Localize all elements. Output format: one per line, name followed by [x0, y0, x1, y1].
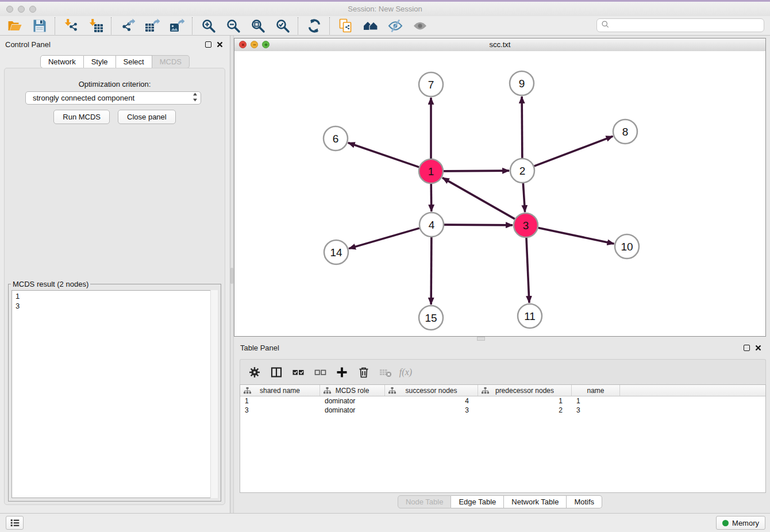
- export-image-icon[interactable]: [164, 17, 189, 34]
- table-row[interactable]: 3dominator323: [240, 406, 765, 415]
- float-table-panel-icon[interactable]: [744, 345, 750, 351]
- table-cell[interactable]: 1: [240, 397, 320, 405]
- graph-edge-4-15[interactable]: [431, 237, 432, 304]
- table-cell[interactable]: dominator: [320, 406, 385, 414]
- graph-node-7[interactable]: 7: [419, 72, 443, 97]
- table-cell[interactable]: 3: [240, 406, 320, 414]
- zoom-out-icon[interactable]: [221, 17, 245, 34]
- table-cell[interactable]: 3: [572, 406, 620, 414]
- table-cell[interactable]: 2: [478, 406, 572, 414]
- column-header-predecessor-nodes[interactable]: predecessor nodes: [478, 385, 572, 396]
- graph-edge-4-14[interactable]: [349, 228, 419, 249]
- graph-node-2[interactable]: 2: [510, 159, 534, 183]
- column-header-successor-nodes[interactable]: successor nodes: [385, 385, 478, 396]
- table-cell[interactable]: 3: [385, 406, 478, 414]
- zoom-fit-icon[interactable]: [245, 17, 270, 34]
- graph-node-4[interactable]: 4: [419, 213, 444, 237]
- import-network-icon[interactable]: [59, 17, 83, 34]
- close-table-panel-icon[interactable]: [755, 345, 761, 351]
- mcds-result-list[interactable]: 13: [11, 290, 218, 498]
- network-canvas[interactable]: 7968124310141511: [234, 51, 765, 336]
- graph-node-9[interactable]: 9: [510, 71, 534, 95]
- network-graph[interactable]: 7968124310141511: [234, 51, 765, 336]
- delete-columns-icon[interactable]: [354, 364, 374, 381]
- graph-edge-2-3[interactable]: [523, 183, 525, 212]
- gear-icon[interactable]: [245, 364, 264, 381]
- mcds-result-item[interactable]: 3: [16, 301, 214, 311]
- memory-button[interactable]: Memory: [716, 516, 765, 530]
- horizontal-splitter-handle[interactable]: [477, 337, 485, 341]
- graph-node-11[interactable]: 11: [518, 304, 542, 328]
- tab-node-table[interactable]: Node Table: [398, 495, 452, 508]
- tab-edge-table[interactable]: Edge Table: [451, 495, 504, 508]
- export-table-icon[interactable]: [140, 17, 164, 34]
- close-panel-icon[interactable]: [217, 41, 223, 48]
- run-mcds-button[interactable]: Run MCDS: [53, 110, 110, 124]
- close-window-icon[interactable]: [239, 41, 247, 48]
- open-session-icon[interactable]: [2, 17, 27, 34]
- svg-text:7: 7: [428, 79, 434, 91]
- minimize-window-icon[interactable]: [251, 41, 258, 48]
- table-panel: Table Panel f(x) shared nameMCDS rolesuc…: [234, 341, 766, 513]
- graph-edge-2-8[interactable]: [534, 136, 613, 166]
- table-cell[interactable]: 1: [478, 397, 572, 405]
- graph-edge-1-6[interactable]: [348, 142, 419, 167]
- mcds-result-item[interactable]: 1: [16, 291, 214, 301]
- tab-select[interactable]: Select: [116, 55, 152, 68]
- import-table-icon[interactable]: [83, 17, 108, 34]
- graph-edge-1-4[interactable]: [431, 184, 432, 211]
- network-window-titlebar[interactable]: scc.txt: [234, 38, 765, 52]
- splitter-handle[interactable]: [230, 268, 233, 284]
- zoom-selected-icon[interactable]: [270, 17, 295, 34]
- column-header-mcds-role[interactable]: MCDS role: [320, 385, 385, 396]
- refresh-icon[interactable]: [302, 17, 326, 34]
- result-scrollbar[interactable]: [210, 290, 218, 498]
- search-box[interactable]: [596, 18, 764, 32]
- criterion-dropdown[interactable]: strongly connected component: [25, 91, 201, 105]
- split-columns-icon[interactable]: [267, 364, 286, 381]
- task-history-button[interactable]: [6, 516, 24, 530]
- tab-motifs[interactable]: Motifs: [567, 495, 602, 508]
- zoom-window-icon[interactable]: [262, 41, 270, 48]
- tab-network-table[interactable]: Network Table: [504, 495, 567, 508]
- graph-node-10[interactable]: 10: [615, 234, 639, 259]
- graph-node-14[interactable]: 14: [324, 240, 348, 264]
- graph-edge-1-2[interactable]: [444, 171, 509, 171]
- select-all-columns-icon[interactable]: [288, 364, 308, 381]
- graph-edge-4-3[interactable]: [444, 225, 513, 225]
- first-neighbors-icon[interactable]: [358, 17, 383, 34]
- graph-node-15[interactable]: 15: [419, 306, 443, 330]
- maximize-button[interactable]: [29, 6, 36, 13]
- tab-network[interactable]: Network: [40, 55, 84, 68]
- export-network-icon[interactable]: [115, 17, 140, 34]
- add-column-icon[interactable]: [332, 364, 352, 381]
- svg-text:3: 3: [523, 219, 529, 232]
- save-session-icon[interactable]: [27, 17, 52, 34]
- graph-node-6[interactable]: 6: [324, 126, 348, 151]
- hide-selected-icon[interactable]: [383, 17, 407, 34]
- minimize-button[interactable]: [18, 6, 25, 13]
- column-header-shared-name[interactable]: shared name: [240, 385, 320, 396]
- graph-node-8[interactable]: 8: [613, 119, 637, 144]
- tab-mcds[interactable]: MCDS: [152, 55, 190, 68]
- graph-edge-3-10[interactable]: [538, 228, 614, 244]
- float-panel-icon[interactable]: [205, 41, 211, 48]
- close-panel-button[interactable]: Close panel: [118, 110, 176, 124]
- graph-node-1[interactable]: 1: [419, 159, 443, 183]
- mcds-result-title: MCDS result (2 nodes): [11, 280, 90, 288]
- table-cell[interactable]: 4: [385, 397, 478, 405]
- table-cell[interactable]: 1: [572, 397, 620, 405]
- close-button[interactable]: [6, 6, 13, 13]
- tab-style[interactable]: Style: [84, 55, 116, 68]
- graph-node-3[interactable]: 3: [514, 213, 538, 237]
- zoom-in-icon[interactable]: [196, 17, 221, 34]
- graph-edge-2-9[interactable]: [522, 97, 522, 158]
- graph-edge-3-1[interactable]: [442, 178, 515, 219]
- table-cell[interactable]: dominator: [320, 397, 385, 405]
- table-row[interactable]: 1dominator411: [240, 396, 765, 406]
- unselect-all-columns-icon[interactable]: [310, 364, 330, 381]
- column-header-name[interactable]: name: [572, 385, 620, 396]
- duplicate-network-icon[interactable]: [333, 17, 358, 34]
- search-input[interactable]: [613, 21, 764, 30]
- graph-edge-3-11[interactable]: [526, 238, 529, 303]
